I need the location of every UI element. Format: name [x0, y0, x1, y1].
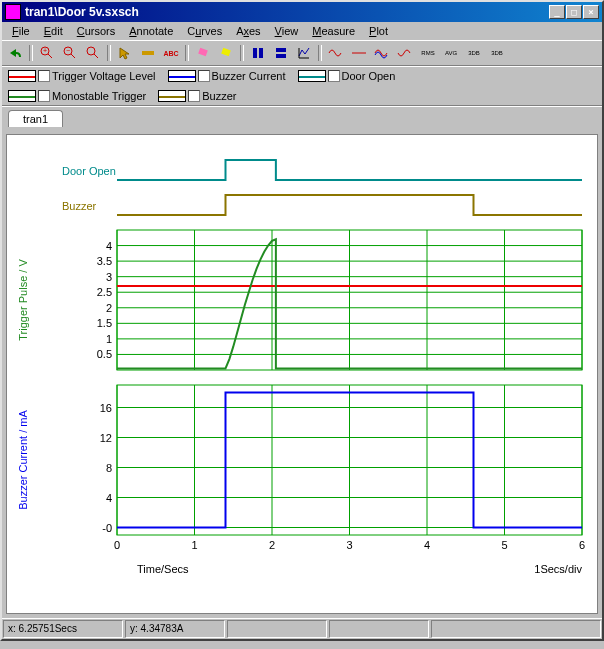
svg-rect-11	[253, 48, 257, 58]
legend-label-buzzer: Buzzer	[202, 90, 236, 102]
legend-swatch-monostable	[8, 90, 36, 102]
svg-text:1.5: 1.5	[97, 317, 112, 329]
svg-line-1	[48, 54, 52, 58]
grid2-icon[interactable]	[270, 43, 292, 63]
titlebar[interactable]: tran1\Door 5v.sxsch _ □ ×	[2, 2, 602, 22]
minimize-button[interactable]: _	[549, 5, 565, 19]
legend-label-monostable: Monostable Trigger	[52, 90, 146, 102]
svg-line-4	[71, 54, 75, 58]
wave1-icon[interactable]	[325, 43, 347, 63]
plot-area[interactable]: 01234560.511.522.533.54-0481216Door Open…	[6, 134, 598, 614]
avg-icon[interactable]: AVG	[440, 43, 462, 63]
legend-check-trigger-voltage[interactable]	[38, 70, 50, 82]
legend-check-buzzer[interactable]	[188, 90, 200, 102]
eraser-icon[interactable]	[192, 43, 214, 63]
svg-text:1: 1	[191, 539, 197, 551]
status-x: x: 6.25751Secs	[3, 620, 123, 638]
svg-rect-8	[142, 51, 154, 55]
legend-check-door-open[interactable]	[328, 70, 340, 82]
menu-plot[interactable]: Plot	[363, 24, 394, 38]
svg-text:1: 1	[106, 333, 112, 345]
maximize-button[interactable]: □	[566, 5, 582, 19]
svg-text:Buzzer Current   / mA: Buzzer Current / mA	[17, 410, 29, 510]
svg-text:Door Open: Door Open	[62, 165, 116, 177]
window-title: tran1\Door 5v.sxsch	[25, 5, 545, 19]
menu-annotate[interactable]: Annotate	[123, 24, 179, 38]
undo-icon[interactable]	[4, 43, 26, 63]
legend-swatch-buzzer-current	[168, 70, 196, 82]
svg-text:4: 4	[106, 492, 112, 504]
svg-text:3: 3	[346, 539, 352, 551]
svg-rect-9	[198, 48, 208, 56]
svg-rect-14	[276, 54, 286, 58]
menubar: File Edit Cursors Annotate Curves Axes V…	[2, 22, 602, 40]
menu-measure[interactable]: Measure	[306, 24, 361, 38]
menu-axes[interactable]: Axes	[230, 24, 266, 38]
status-cell-4	[329, 620, 429, 638]
highlight-icon[interactable]	[215, 43, 237, 63]
menu-curves[interactable]: Curves	[181, 24, 228, 38]
svg-text:2: 2	[269, 539, 275, 551]
zoom-out-icon[interactable]: −	[59, 43, 81, 63]
legend-swatch-trigger-voltage	[8, 70, 36, 82]
svg-text:12: 12	[100, 432, 112, 444]
svg-text:5: 5	[501, 539, 507, 551]
rms-icon[interactable]: RMS	[417, 43, 439, 63]
tabstrip: tran1	[2, 106, 602, 130]
menu-view[interactable]: View	[269, 24, 305, 38]
legend-label-trigger-voltage: Trigger Voltage Level	[52, 70, 156, 82]
toolbar: + − ABC RMS AVG 3DB 3DB	[2, 40, 602, 66]
3db2-icon[interactable]: 3DB	[486, 43, 508, 63]
svg-rect-10	[221, 48, 231, 56]
cursor-icon[interactable]	[114, 43, 136, 63]
zoom-in-icon[interactable]: +	[36, 43, 58, 63]
svg-text:Trigger Pulse   / V: Trigger Pulse / V	[17, 259, 29, 341]
measure-icon[interactable]	[137, 43, 159, 63]
menu-edit[interactable]: Edit	[38, 24, 69, 38]
abc-icon[interactable]: ABC	[160, 43, 182, 63]
app-icon	[5, 4, 21, 20]
svg-rect-13	[276, 48, 286, 52]
svg-text:0: 0	[114, 539, 120, 551]
legend-check-monostable[interactable]	[38, 90, 50, 102]
tab-tran1[interactable]: tran1	[8, 110, 63, 127]
legend-swatch-buzzer	[158, 90, 186, 102]
svg-rect-12	[259, 48, 263, 58]
svg-text:16: 16	[100, 402, 112, 414]
svg-text:-0: -0	[102, 522, 112, 534]
svg-text:−: −	[66, 47, 70, 54]
svg-line-7	[94, 54, 98, 58]
svg-text:3.5: 3.5	[97, 255, 112, 267]
svg-text:Time/Secs: Time/Secs	[137, 563, 189, 575]
svg-text:6: 6	[579, 539, 585, 551]
wave4-icon[interactable]	[394, 43, 416, 63]
svg-point-6	[87, 47, 95, 55]
app-window: tran1\Door 5v.sxsch _ □ × File Edit Curs…	[0, 0, 604, 641]
wave3-icon[interactable]	[371, 43, 393, 63]
legend-check-buzzer-current[interactable]	[198, 70, 210, 82]
svg-text:1Secs/div: 1Secs/div	[534, 563, 582, 575]
legend-label-door-open: Door Open	[342, 70, 396, 82]
chart-icon[interactable]	[293, 43, 315, 63]
svg-text:2.5: 2.5	[97, 286, 112, 298]
svg-text:Buzzer: Buzzer	[62, 200, 97, 212]
status-cell-5	[431, 620, 601, 638]
svg-text:+: +	[43, 47, 47, 54]
menu-file[interactable]: File	[6, 24, 36, 38]
legend-label-buzzer-current: Buzzer Current	[212, 70, 286, 82]
svg-text:4: 4	[106, 240, 112, 252]
grid1-icon[interactable]	[247, 43, 269, 63]
menu-cursors[interactable]: Cursors	[71, 24, 122, 38]
svg-text:8: 8	[106, 462, 112, 474]
svg-text:4: 4	[424, 539, 430, 551]
close-button[interactable]: ×	[583, 5, 599, 19]
legend-swatch-door-open	[298, 70, 326, 82]
statusbar: x: 6.25751Secs y: 4.34783A	[2, 618, 602, 639]
svg-text:2: 2	[106, 302, 112, 314]
3db-icon[interactable]: 3DB	[463, 43, 485, 63]
status-cell-3	[227, 620, 327, 638]
wave2-icon[interactable]	[348, 43, 370, 63]
zoom-fit-icon[interactable]	[82, 43, 104, 63]
svg-text:0.5: 0.5	[97, 348, 112, 360]
svg-text:3: 3	[106, 271, 112, 283]
